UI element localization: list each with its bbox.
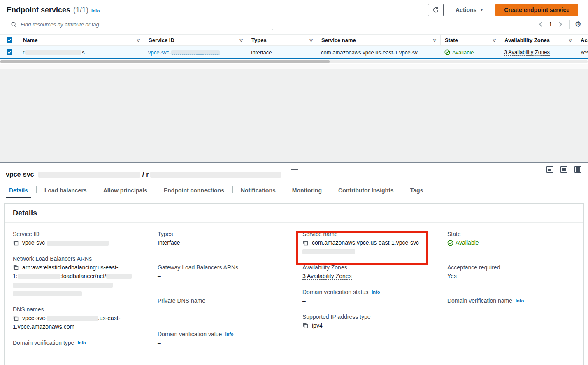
redacted-service-name	[302, 249, 355, 254]
copy-icon[interactable]	[13, 264, 19, 270]
tab-details[interactable]: Details	[1, 183, 36, 198]
page-header: Endpoint services (1/1) Info Actions ▼ C…	[0, 0, 588, 18]
field-state: State Available	[447, 230, 575, 247]
tab-notifications[interactable]: Notifications	[232, 183, 284, 198]
service-id-link[interactable]: vpce-svc-	[148, 49, 171, 56]
redacted-account-id	[18, 274, 60, 279]
search-box[interactable]	[7, 19, 273, 30]
info-link[interactable]: Info	[225, 330, 233, 339]
actions-button[interactable]: Actions ▼	[449, 4, 490, 16]
previous-page-button[interactable]	[536, 21, 546, 27]
panel-layout-bottom-large-button[interactable]	[560, 166, 567, 173]
column-header-availability-zones[interactable]: Availability Zones ▽	[500, 35, 576, 45]
availability-zones-popover-link[interactable]: 3 Availability Zones	[302, 273, 352, 280]
field-service-id: Service ID vpce-svc-	[13, 230, 141, 247]
chevron-left-icon	[538, 21, 543, 27]
create-endpoint-service-button[interactable]: Create endpoint service	[495, 4, 578, 16]
field-domain-verification-name: Domain verification name Info –	[447, 297, 575, 314]
field-private-dns-name: Private DNS name –	[158, 297, 286, 314]
filter-caret-icon[interactable]: ▽	[309, 38, 313, 42]
details-card: Details Service ID vpce-svc- Network Loa…	[4, 203, 584, 365]
info-link[interactable]: Info	[91, 8, 100, 13]
background-gap	[0, 69, 588, 162]
filter-caret-icon[interactable]: ▽	[433, 38, 436, 42]
panel-layout-bottom-small-button[interactable]	[546, 166, 553, 173]
search-icon	[11, 21, 17, 28]
tab-monitoring[interactable]: Monitoring	[284, 183, 330, 198]
info-link[interactable]: Info	[77, 339, 86, 347]
availability-zones-popover-link[interactable]: 3 Availability Zones	[504, 49, 550, 56]
details-column-1: Service ID vpce-svc- Network Load Balanc…	[5, 223, 149, 365]
gear-icon: ⚙	[575, 20, 581, 28]
field-availability-zones: Availability Zones 3 Availability Zones	[302, 263, 430, 281]
next-page-button[interactable]	[555, 21, 565, 27]
horizontal-scrollbar	[0, 59, 588, 64]
redacted-service-id	[171, 50, 220, 55]
detail-split-panel: vpce-svc- / r Details Load balancers All…	[0, 162, 588, 365]
redacted-name	[25, 50, 81, 55]
filter-caret-icon[interactable]: ▽	[137, 38, 140, 42]
field-types: Types Interface	[158, 230, 286, 247]
panel-layout-buttons	[546, 166, 581, 173]
select-all-checkbox[interactable]	[7, 37, 12, 43]
row-availability-zones-cell: 3 Availability Zones	[500, 46, 576, 58]
row-name-cell: rs	[19, 46, 144, 58]
filter-caret-icon[interactable]: ▽	[569, 38, 572, 42]
tab-allow-principals[interactable]: Allow principals	[95, 183, 156, 198]
field-dns-names: DNS names vpce-svc-.us-east- 1.vpce.amaz…	[13, 305, 141, 331]
copy-icon[interactable]	[302, 240, 308, 246]
column-header-name[interactable]: Name ▽	[19, 35, 144, 45]
filter-caret-icon[interactable]: ▽	[493, 38, 496, 42]
search-input[interactable]	[20, 21, 269, 28]
table-header-row: Name ▽ Service ID ▽ Types ▽ Service name…	[0, 34, 588, 46]
page-title: Endpoint services	[7, 6, 70, 14]
redacted-service-id	[47, 241, 109, 246]
tab-load-balancers[interactable]: Load balancers	[36, 183, 95, 198]
field-service-name: Service name com.amazonaws.vpce.us-east-…	[302, 230, 430, 256]
tab-contributor-insights[interactable]: Contributor Insights	[330, 183, 402, 198]
endpoint-services-table: Name ▽ Service ID ▽ Types ▽ Service name…	[0, 34, 588, 64]
refresh-button[interactable]	[428, 4, 444, 16]
tab-endpoint-connections[interactable]: Endpoint connections	[156, 183, 232, 198]
redacted-lb-name	[106, 274, 132, 279]
table-row[interactable]: rs vpce-svc- Interface com.amazonaws.vpc…	[0, 46, 588, 59]
status-badge: Available	[444, 49, 474, 56]
details-column-4: State Available Acceptance required Yes …	[439, 223, 583, 365]
tab-tags[interactable]: Tags	[402, 183, 432, 198]
caret-down-icon: ▼	[480, 8, 483, 12]
copy-icon[interactable]	[13, 240, 19, 246]
pagination: 1 ⚙	[536, 20, 581, 29]
current-page-number[interactable]: 1	[546, 21, 555, 28]
row-checkbox[interactable]	[7, 49, 12, 55]
redacted-service-name	[150, 172, 281, 178]
details-card-body: Service ID vpce-svc- Network Load Balanc…	[5, 223, 583, 365]
copy-icon[interactable]	[13, 315, 19, 321]
field-domain-verification-status: Domain verification status Info –	[302, 288, 430, 305]
chevron-right-icon	[558, 21, 563, 27]
column-header-acceptance-required[interactable]: Acceptance required	[576, 35, 588, 45]
panel-bottom-icon	[548, 169, 551, 171]
resource-count: (1/1)	[73, 6, 88, 14]
scrollbar-track[interactable]	[0, 60, 588, 63]
panel-half-icon	[562, 168, 566, 171]
field-glb-arns: Gateway Load Balancers ARNs –	[158, 263, 286, 281]
row-state-cell: Available	[440, 46, 500, 58]
table-settings-button[interactable]: ⚙	[575, 21, 581, 28]
column-header-service-id[interactable]: Service ID ▽	[144, 35, 247, 45]
panel-layout-full-button[interactable]	[574, 166, 581, 173]
header-actions: Actions ▼ Create endpoint service	[428, 4, 578, 16]
field-supported-ip: Supported IP address type ipv4	[302, 313, 430, 330]
field-domain-verification-type: Domain verification type Info –	[13, 339, 141, 356]
info-link[interactable]: Info	[372, 288, 380, 297]
panel-drag-handle[interactable]	[291, 168, 298, 170]
copy-icon[interactable]	[302, 323, 308, 328]
panel-tabs: Details Load balancers Allow principals …	[0, 183, 588, 198]
info-link[interactable]: Info	[516, 297, 524, 305]
scrollbar-thumb[interactable]	[0, 60, 330, 63]
column-header-state[interactable]: State ▽	[440, 35, 500, 45]
filter-caret-icon[interactable]: ▽	[239, 38, 243, 42]
redacted-service-id	[38, 172, 140, 178]
row-service-id-cell: vpce-svc-	[144, 46, 247, 58]
column-header-types[interactable]: Types ▽	[247, 35, 317, 45]
column-header-service-name[interactable]: Service name ▽	[317, 35, 440, 45]
